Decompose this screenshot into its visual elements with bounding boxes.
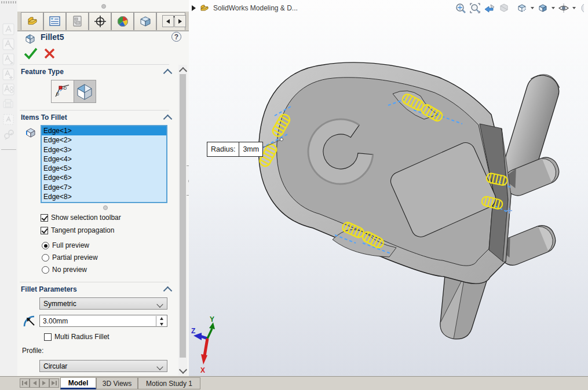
collapse-chevron-icon[interactable] [163,115,173,124]
tangent-propagation-checkbox[interactable] [41,227,48,234]
annotation-tool-icon-3 [2,53,15,66]
visualize-icon [138,14,152,28]
fillet-edge-item[interactable]: Edge<5> [42,164,166,173]
graphics-viewport[interactable]: Z Y X SolidWorks Modeling & D... Radius:… [189,0,588,376]
fillet-feature-icon [75,82,94,101]
display-manager-icon [116,14,130,28]
fillet-parameters-header[interactable]: Fillet Parameters [21,285,77,293]
fillet-edge-item[interactable]: Edge<7> [42,183,166,192]
reference-triad: Z Y X [191,315,215,374]
tab-3d-views[interactable]: 3D Views [96,377,138,389]
display-style-button[interactable] [536,2,549,14]
tab-dimxpertmanager[interactable] [89,12,111,30]
symmetry-value: Symmetric [43,300,76,308]
radius-icon [22,313,37,330]
collapse-chevron-icon[interactable] [163,286,173,296]
flyout-tree-header[interactable]: SolidWorks Modeling & D... [192,3,298,13]
help-icon[interactable]: ? [171,32,181,42]
tab-propertymanager[interactable] [43,12,66,30]
selection-cube-icon [24,127,36,140]
manager-tab-strip [17,12,189,31]
last-tab-button[interactable] [49,378,59,388]
sketch-fillet-button[interactable]: D D [52,80,74,102]
fillet-edge-item[interactable]: Edge<6> [42,173,166,182]
fillet-edge-item[interactable]: Edge<2> [42,135,166,145]
multi-radius-checkbox[interactable] [44,333,52,341]
feature-type-header[interactable]: Feature Type [21,68,64,76]
spin-up-button[interactable] [156,316,166,322]
radio-label: No preview [52,266,87,274]
previous-tab-button[interactable] [30,378,39,388]
cancel-button[interactable] [43,46,57,62]
dropdown-caret-icon[interactable] [531,7,534,9]
no-preview-radio[interactable] [42,266,49,274]
zoom-fit-button[interactable] [454,2,467,14]
cancel-x-icon [43,46,57,60]
separator [1,149,16,150]
scrollbar-thumb[interactable] [180,74,186,358]
previous-view-icon [484,2,495,14]
radius-input[interactable]: 3.00mm [39,315,167,327]
next-tab-button[interactable] [39,378,49,388]
ok-check-icon [23,46,38,60]
hide-show-items-button[interactable] [557,2,570,14]
fillet-edge-item[interactable]: Edge<4> [42,154,166,164]
tab-scroll-right-button[interactable] [174,15,186,27]
edge-selection-list[interactable]: Edge<1> Edge<2> Edge<3> Edge<4> Edge<5> … [41,125,167,203]
dropdown-caret-icon[interactable] [572,7,576,9]
left-arrow-icon [166,19,170,24]
clipped-toolbar-icon[interactable] [578,2,584,14]
tab-displaymanager[interactable] [111,12,134,30]
zoom-area-button[interactable] [469,2,481,14]
callout-value[interactable]: 3mm [239,142,262,156]
dropdown-caret-icon[interactable] [552,7,555,9]
zoom-area-icon [469,2,481,14]
radius-callout[interactable]: Radius: 3mm [207,142,263,157]
model-canvas[interactable]: Z Y X [189,0,588,376]
section-view-button[interactable] [498,2,510,14]
display-style-icon [537,2,549,14]
partial-preview-radio[interactable] [42,254,49,262]
part-icon [25,14,39,28]
symmetry-select[interactable]: Symmetric [39,297,167,310]
annotation-tool-icon-8 [2,128,15,141]
part-icon [199,3,210,13]
view-orientation-button[interactable] [516,2,528,14]
show-selection-toolbar-checkbox[interactable] [41,214,48,222]
tab-scroll-left-button[interactable] [162,15,174,27]
items-to-fillet-header[interactable]: Items To Fillet [21,113,67,122]
collapse-chevron-icon[interactable] [163,69,173,78]
radio-label: Partial preview [52,253,98,262]
chevron-down-icon [156,363,163,370]
panel-grip-dot[interactable] [101,4,106,9]
ok-button[interactable] [23,46,38,62]
first-tab-button[interactable] [20,378,30,388]
fillet-feature-icon [24,33,36,46]
triad-z-label: Z [191,327,195,335]
tab-featuremanager[interactable] [21,12,43,30]
annotation-tool-icon-5 [2,83,15,96]
fillet-edge-item[interactable]: Edge<8> [42,192,166,201]
tab-motion-study-1[interactable]: Motion Study 1 [138,377,200,389]
tab-model[interactable]: Model [60,377,96,389]
fillet-edge-item[interactable]: Edge<3> [42,145,166,154]
toolbar-grip[interactable] [1,1,16,3]
full-preview-radio[interactable] [42,242,49,249]
dimxpert-icon [93,14,107,28]
tab-cam[interactable] [134,12,156,30]
flyout-expand-icon[interactable] [192,5,196,11]
spin-down-button[interactable] [156,322,166,328]
spin-buttons[interactable] [156,316,166,327]
separator [20,110,169,111]
fillet-edge-item[interactable]: Edge<1> [42,126,166,135]
callout-label: Radius: [207,142,239,156]
headsup-toolbar [454,2,584,14]
section-view-icon [498,2,510,14]
list-resize-grip[interactable] [103,205,108,210]
checkbox-label: Show selection toolbar [51,214,121,222]
left-annotation-toolbar [0,0,17,376]
previous-view-button[interactable] [483,2,496,14]
tab-configurationmanager[interactable] [66,12,89,30]
constant-size-fillet-button[interactable] [74,80,96,102]
profile-select[interactable]: Circular [39,360,167,372]
